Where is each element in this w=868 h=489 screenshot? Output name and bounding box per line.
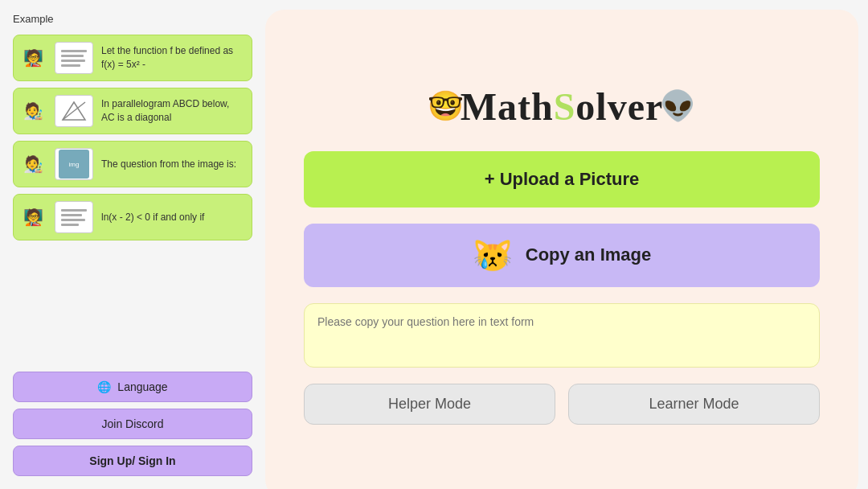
card-thumb-2 [55, 95, 93, 127]
card-text-3: The question from the image is: [101, 158, 236, 171]
mode-buttons: Helper Mode Learner Mode [304, 384, 820, 425]
logo-s: S [554, 85, 576, 128]
card-text-1: Let the function f be defined as f(x) = … [101, 44, 242, 72]
copy-image-button[interactable]: 😿 Copy an Image [304, 224, 820, 287]
copy-image-label: Copy an Image [526, 244, 651, 265]
logo-area: 🤓 MathSolver 👽 [428, 84, 697, 129]
helper-mode-button[interactable]: Helper Mode [304, 384, 555, 425]
language-label: Language [117, 380, 167, 393]
cry-cat-emoji: 😿 [473, 236, 513, 274]
globe-icon: 🌐 [97, 380, 111, 393]
example-label: Example [13, 13, 252, 25]
card-icon-2: 🧑‍🎨 [23, 101, 43, 121]
learner-mode-button[interactable]: Learner Mode [568, 384, 820, 425]
logo-emoji-left: 🤓 [428, 89, 464, 123]
signup-button[interactable]: Sign Up/ Sign In [13, 446, 252, 476]
left-panel: Example 🧑‍🏫 Let the function f be define… [0, 0, 265, 489]
question-textarea[interactable] [304, 303, 820, 368]
card-icon-3: 🧑‍🎨 [23, 154, 43, 174]
card-thumb-3: img [55, 148, 93, 180]
bottom-buttons: 🌐 Language Join Discord Sign Up/ Sign In [13, 372, 252, 476]
discord-button[interactable]: Join Discord [13, 409, 252, 439]
card-icon-4: 🧑‍🏫 [23, 208, 43, 227]
example-card-2[interactable]: 🧑‍🎨 In parallelogram ABCD below, AC is a… [13, 88, 252, 134]
svg-line-1 [63, 102, 85, 120]
example-card-3[interactable]: 🧑‍🎨 img The question from the image is: [13, 141, 252, 187]
example-card-4[interactable]: 🧑‍🏫 ln(x - 2) < 0 if and only if [13, 194, 252, 240]
card-thumb-4 [55, 201, 93, 233]
language-button[interactable]: 🌐 Language [13, 372, 252, 402]
logo-math: Math [461, 85, 554, 128]
logo-text: MathSolver [461, 84, 664, 129]
card-icon-1: 🧑‍🏫 [23, 48, 43, 68]
card-thumb-1 [55, 42, 93, 74]
card-text-2: In parallelogram ABCD below, AC is a dia… [101, 97, 242, 125]
logo-emoji-right: 👽 [660, 89, 696, 123]
card-text-4: ln(x - 2) < 0 if and only if [101, 211, 204, 224]
right-panel: 🤓 MathSolver 👽 + Upload a Picture 😿 Copy… [265, 10, 858, 489]
example-card-1[interactable]: 🧑‍🏫 Let the function f be defined as f(x… [13, 35, 252, 81]
logo-olver: olver [575, 85, 663, 128]
upload-button[interactable]: + Upload a Picture [304, 151, 820, 208]
